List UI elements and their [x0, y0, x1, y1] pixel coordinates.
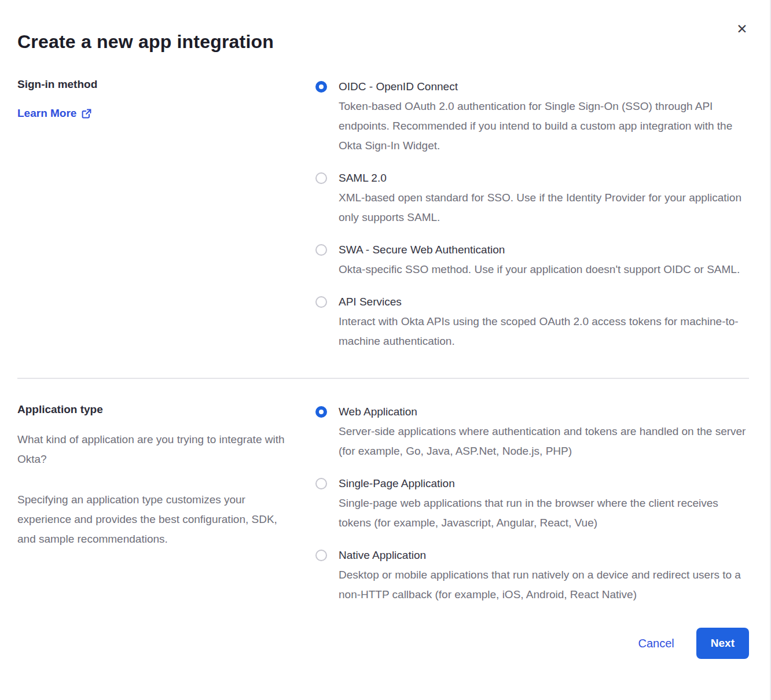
radio-option-label[interactable]: API Services — [339, 292, 749, 312]
application-type-help-text: Specifying an application type customize… — [17, 490, 298, 549]
radio-option-description: Token-based OAuth 2.0 authentication for… — [339, 97, 749, 156]
application-type-options: Web Application Server-side applications… — [315, 402, 749, 605]
radio-option-label[interactable]: OIDC - OpenID Connect — [339, 77, 749, 97]
application-type-question: What kind of application are you trying … — [17, 430, 298, 469]
radio-option-description: Okta-specific SSO method. Use if your ap… — [339, 260, 740, 279]
radio-selected-icon[interactable] — [315, 81, 327, 93]
radio-option-description: Interact with Okta APIs using the scoped… — [339, 312, 749, 351]
radio-option-description: Server-side applications where authentic… — [339, 422, 749, 461]
radio-option-description: Desktop or mobile applications that run … — [339, 565, 749, 605]
application-type-section: Application type What kind of applicatio… — [17, 402, 749, 605]
radio-option-single-page-application[interactable]: Single-Page Application Single-page web … — [315, 474, 749, 533]
radio-option-description: Single-page web applications that run in… — [339, 493, 749, 533]
signin-method-options: OIDC - OpenID Connect Token-based OAuth … — [315, 77, 749, 351]
next-button[interactable]: Next — [696, 628, 749, 659]
radio-option-label[interactable]: Native Application — [339, 546, 749, 565]
radio-unselected-icon[interactable] — [315, 296, 327, 308]
signin-method-left-column: Sign-in method Learn More — [17, 77, 315, 351]
radio-option-label[interactable]: SWA - Secure Web Authentication — [339, 240, 740, 260]
radio-option-label[interactable]: Single-Page Application — [339, 474, 749, 493]
radio-unselected-icon[interactable] — [315, 478, 327, 489]
dialog-footer: Cancel Next — [17, 628, 749, 684]
radio-option-api-services[interactable]: API Services Interact with Okta APIs usi… — [315, 292, 749, 351]
radio-option-swa[interactable]: SWA - Secure Web Authentication Okta-spe… — [315, 240, 749, 279]
radio-unselected-icon[interactable] — [315, 244, 327, 256]
application-type-left-column: Application type What kind of applicatio… — [17, 402, 315, 605]
application-type-label: Application type — [17, 402, 298, 417]
radio-option-web-application[interactable]: Web Application Server-side applications… — [315, 402, 749, 461]
signin-method-label: Sign-in method — [17, 77, 298, 92]
radio-option-oidc[interactable]: OIDC - OpenID Connect Token-based OAuth … — [315, 77, 749, 156]
signin-method-section: Sign-in method Learn More — [17, 77, 749, 351]
cancel-button[interactable]: Cancel — [638, 637, 674, 650]
close-icon[interactable]: ✕ — [734, 21, 750, 37]
radio-option-description: XML-based open standard for SSO. Use if … — [339, 188, 749, 227]
radio-selected-icon[interactable] — [315, 406, 327, 418]
dialog-content: Create a new app integration Sign-in met… — [0, 0, 770, 684]
radio-unselected-icon[interactable] — [315, 550, 327, 561]
radio-unselected-icon[interactable] — [315, 172, 327, 184]
create-app-integration-dialog: ✕ Create a new app integration Sign-in m… — [0, 0, 771, 700]
learn-more-label: Learn More — [17, 107, 76, 120]
external-link-icon — [82, 109, 91, 119]
radio-option-label[interactable]: SAML 2.0 — [339, 168, 749, 188]
learn-more-link[interactable]: Learn More — [17, 107, 91, 120]
page-title: Create a new app integration — [17, 31, 749, 53]
radio-option-native-application[interactable]: Native Application Desktop or mobile app… — [315, 546, 749, 605]
radio-option-label[interactable]: Web Application — [339, 402, 749, 422]
section-divider — [17, 378, 749, 379]
radio-option-saml[interactable]: SAML 2.0 XML-based open standard for SSO… — [315, 168, 749, 227]
